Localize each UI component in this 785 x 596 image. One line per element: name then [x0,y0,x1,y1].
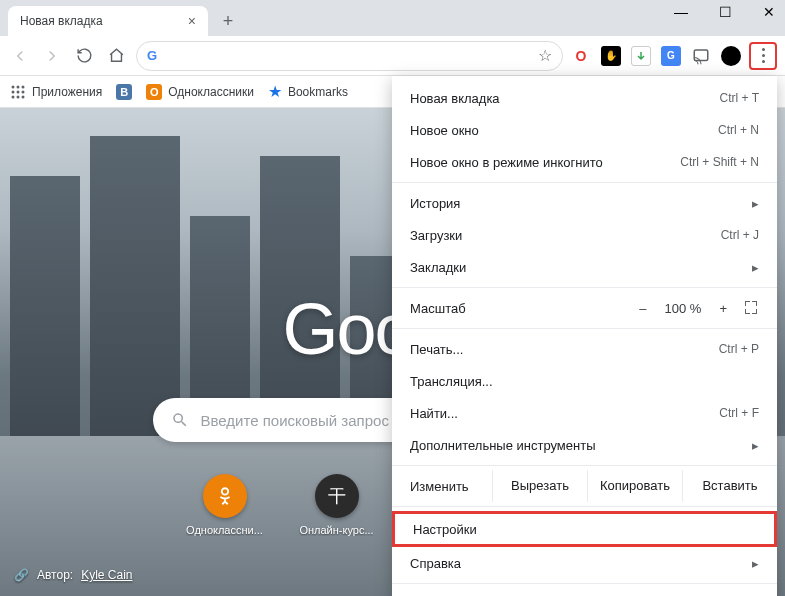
menu-new-tab[interactable]: Новая вкладка Ctrl + T [392,82,777,114]
titlebar: Новая вкладка × + — ☐ ✕ [0,0,785,36]
menu-edit-row: Изменить Вырезать Копировать Вставить [392,470,777,502]
menu-find[interactable]: Найти... Ctrl + F [392,397,777,429]
svg-point-1 [12,85,15,88]
menu-label: История [410,196,460,211]
search-icon [171,411,189,429]
reload-button[interactable] [72,44,96,68]
minimize-button[interactable]: — [671,4,691,20]
shortcut-course[interactable]: 干 Онлайн-курс... [296,474,378,536]
google-g-icon: G [147,48,157,63]
menu-label: Новая вкладка [410,91,500,106]
author-name: Kyle Cain [81,568,132,582]
submenu-arrow-icon: ▸ [752,260,759,275]
menu-label: Изменить [392,479,492,494]
menu-downloads[interactable]: Загрузки Ctrl + J [392,219,777,251]
ext-translate-icon[interactable]: G [661,46,681,66]
menu-label: Закладки [410,260,466,275]
chrome-menu: Новая вкладка Ctrl + T Новое окно Ctrl +… [392,76,777,596]
menu-label: Загрузки [410,228,462,243]
fullscreen-icon[interactable] [745,301,759,315]
menu-separator [392,465,777,466]
submenu-arrow-icon: ▸ [752,438,759,453]
tab-close-icon[interactable]: × [188,13,196,29]
extension-icons: O ✋ G [571,46,741,66]
omnibox[interactable]: G ☆ [136,41,563,71]
svg-point-4 [12,90,15,93]
menu-shortcut: Ctrl + N [718,123,759,137]
menu-more-tools[interactable]: Дополнительные инструменты ▸ [392,429,777,461]
shortcut-course-icon: 干 [315,474,359,518]
menu-shortcut: Ctrl + F [719,406,759,420]
svg-point-9 [22,95,25,98]
link-icon: 🔗 [14,568,29,582]
menu-exit[interactable]: Выход [392,588,777,596]
maximize-button[interactable]: ☐ [715,4,735,20]
ext-savefrom-icon[interactable] [631,46,651,66]
ext-opera-icon[interactable]: O [571,46,591,66]
ext-cast-icon[interactable] [691,46,711,66]
menu-label: Найти... [410,406,458,421]
svg-point-8 [17,95,20,98]
menu-help[interactable]: Справка ▸ [392,547,777,579]
shortcut-ok[interactable]: Однокласcни... [184,474,266,536]
menu-separator [392,583,777,584]
menu-separator [392,182,777,183]
menu-shortcut: Ctrl + T [720,91,759,105]
window-controls: — ☐ ✕ [671,4,779,20]
menu-print[interactable]: Печать... Ctrl + P [392,333,777,365]
zoom-in-button[interactable]: + [719,301,727,316]
toolbar: G ☆ O ✋ G [0,36,785,76]
bookmark-vk[interactable]: B [116,84,132,100]
bookmark-star[interactable]: ★ Bookmarks [268,82,348,101]
menu-bookmarks[interactable]: Закладки ▸ [392,251,777,283]
menu-history[interactable]: История ▸ [392,187,777,219]
forward-button[interactable] [40,44,64,68]
ok-icon: О [146,84,162,100]
shortcut-label: Однокласcни... [186,524,263,536]
new-tab-button[interactable]: + [214,7,242,35]
menu-shortcut: Ctrl + J [721,228,759,242]
menu-zoom: Масштаб – 100 % + [392,292,777,324]
menu-separator [392,506,777,507]
apps-button[interactable]: Приложения [10,84,102,100]
menu-settings[interactable]: Настройки [392,511,777,547]
menu-new-window[interactable]: Новое окно Ctrl + N [392,114,777,146]
close-window-button[interactable]: ✕ [759,4,779,20]
menu-shortcut: Ctrl + P [719,342,759,356]
home-button[interactable] [104,44,128,68]
back-button[interactable] [8,44,32,68]
edit-cut-button[interactable]: Вырезать [492,470,587,502]
star-icon: ★ [268,82,282,101]
address-input[interactable] [165,48,530,64]
shortcut-label: Онлайн-курс... [299,524,373,536]
background-author[interactable]: 🔗 Автор: Kyle Cain [14,568,133,582]
svg-point-3 [22,85,25,88]
menu-cast[interactable]: Трансляция... [392,365,777,397]
menu-label: Масштаб [410,301,466,316]
ext-adblock-icon[interactable]: ✋ [601,46,621,66]
menu-label: Новое окно в режиме инкогнито [410,155,603,170]
menu-shortcut: Ctrl + Shift + N [680,155,759,169]
edit-paste-button[interactable]: Вставить [682,470,777,502]
menu-incognito[interactable]: Новое окно в режиме инкогнито Ctrl + Shi… [392,146,777,178]
submenu-arrow-icon: ▸ [752,556,759,571]
browser-tab[interactable]: Новая вкладка × [8,6,208,36]
menu-label: Настройки [413,522,477,537]
svg-rect-0 [694,50,708,61]
bookmark-star-icon[interactable]: ☆ [538,46,552,65]
ext-dark-icon[interactable] [721,46,741,66]
svg-point-7 [12,95,15,98]
author-prefix: Автор: [37,568,73,582]
menu-label: Дополнительные инструменты [410,438,596,453]
svg-point-6 [22,90,25,93]
menu-label: Новое окно [410,123,479,138]
shortcut-ok-icon [203,474,247,518]
zoom-out-button[interactable]: – [639,301,646,316]
bookmark-ok[interactable]: О Одноклассники [146,84,254,100]
menu-label: Печать... [410,342,463,357]
edit-copy-button[interactable]: Копировать [587,470,682,502]
vertical-dots-icon [762,48,765,63]
chrome-menu-button[interactable] [749,42,777,70]
bookmark-star-label: Bookmarks [288,85,348,99]
submenu-arrow-icon: ▸ [752,196,759,211]
